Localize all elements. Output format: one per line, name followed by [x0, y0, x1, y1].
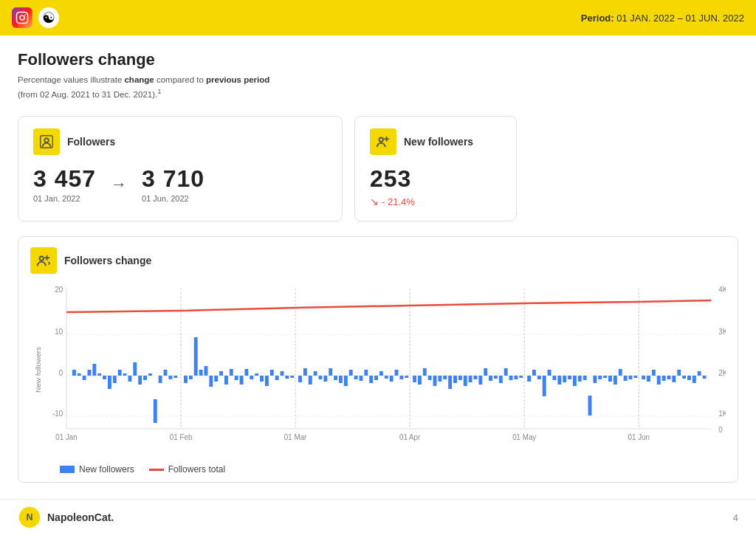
svg-rect-117	[537, 376, 541, 379]
svg-rect-103	[464, 376, 467, 386]
svg-text:01 Feb: 01 Feb	[170, 433, 193, 441]
arrow-icon: →	[111, 175, 127, 194]
followers-icon	[33, 128, 60, 155]
svg-rect-28	[72, 370, 76, 376]
svg-rect-72	[303, 368, 307, 376]
svg-rect-111	[504, 368, 508, 376]
legend-line: Followers total	[149, 464, 225, 475]
trend-down-icon: ↘	[370, 196, 379, 207]
svg-rect-92	[405, 376, 408, 378]
svg-rect-58	[230, 369, 233, 376]
svg-rect-79	[339, 376, 343, 383]
svg-rect-74	[314, 371, 317, 376]
svg-rect-63	[255, 373, 258, 376]
svg-point-1	[20, 15, 24, 20]
svg-rect-30	[83, 376, 86, 380]
svg-rect-64	[260, 376, 264, 382]
svg-rect-132	[614, 376, 617, 384]
followers-end-value: 3 710	[142, 165, 205, 193]
svg-rect-134	[624, 376, 628, 381]
svg-rect-115	[527, 376, 531, 382]
svg-rect-124	[573, 376, 577, 386]
svg-rect-29	[78, 373, 81, 376]
svg-point-5	[379, 138, 384, 142]
new-followers-label: New followers	[404, 136, 473, 148]
new-followers-card: New followers 253 ↘ - 21.4%	[354, 116, 517, 221]
svg-rect-109	[494, 376, 498, 379]
chart-header: Followers change	[30, 247, 726, 274]
svg-rect-57	[224, 376, 228, 384]
svg-point-4	[44, 139, 49, 143]
svg-text:2K: 2K	[718, 369, 726, 377]
svg-rect-144	[677, 370, 681, 376]
followers-end-date: 01 Jun. 2022	[142, 194, 205, 203]
footer-brand: N NapoleonCat.	[18, 506, 114, 529]
svg-text:01 Jun: 01 Jun	[628, 433, 650, 441]
svg-text:N: N	[27, 513, 33, 523]
chart-svg: 20 10 0 -10 4K 3K 2K 1K 0	[30, 281, 726, 458]
followers-start-date: 01 Jan. 2022	[33, 194, 96, 203]
svg-rect-35	[108, 376, 111, 389]
svg-rect-70	[290, 376, 294, 378]
svg-rect-36	[113, 376, 117, 383]
legend-line-label: Followers total	[168, 464, 225, 475]
svg-rect-108	[489, 376, 492, 381]
svg-rect-33	[97, 373, 101, 376]
svg-rect-95	[423, 368, 427, 376]
svg-rect-66	[270, 370, 274, 376]
svg-rect-123	[568, 376, 571, 379]
svg-rect-61	[244, 369, 248, 376]
svg-rect-82	[354, 376, 358, 379]
svg-rect-127	[588, 396, 592, 415]
svg-rect-81	[349, 370, 353, 376]
svg-rect-37	[118, 370, 122, 376]
svg-rect-142	[667, 376, 671, 379]
svg-point-2	[24, 14, 26, 15]
svg-rect-131	[608, 376, 612, 382]
svg-rect-67	[275, 376, 279, 380]
legend-bar-color	[60, 466, 75, 473]
svg-point-6	[40, 257, 44, 261]
svg-rect-68	[281, 371, 284, 376]
svg-rect-88	[385, 376, 388, 379]
svg-rect-77	[329, 368, 332, 376]
new-followers-icon	[370, 128, 396, 155]
svg-rect-113	[514, 376, 518, 379]
svg-rect-85	[369, 376, 373, 383]
svg-rect-146	[687, 376, 691, 380]
svg-rect-56	[219, 371, 223, 376]
svg-rect-84	[364, 370, 368, 376]
svg-rect-129	[598, 376, 602, 379]
svg-rect-133	[619, 369, 622, 376]
followers-end-block: 3 710 01 Jun. 2022	[142, 165, 205, 203]
svg-text:01 May: 01 May	[512, 433, 536, 441]
svg-rect-107	[484, 368, 487, 376]
svg-rect-53	[205, 366, 208, 376]
svg-rect-47	[168, 376, 172, 379]
svg-rect-147	[693, 376, 696, 383]
svg-rect-75	[319, 376, 323, 379]
svg-rect-130	[603, 376, 607, 378]
followers-start-value: 3 457	[33, 165, 96, 193]
svg-rect-96	[428, 376, 432, 380]
svg-rect-0	[17, 13, 28, 24]
svg-rect-90	[395, 370, 399, 376]
svg-rect-83	[359, 376, 362, 381]
svg-rect-38	[123, 373, 127, 376]
new-followers-card-header: New followers	[370, 128, 501, 155]
svg-rect-135	[629, 376, 633, 379]
legend-bar-label: New followers	[79, 464, 134, 475]
svg-rect-99	[443, 376, 447, 379]
followers-card-header: Followers	[33, 128, 327, 155]
svg-rect-121	[557, 376, 561, 384]
svg-text:01 Mar: 01 Mar	[284, 433, 307, 441]
svg-rect-44	[154, 399, 157, 423]
svg-rect-51	[194, 337, 198, 376]
footer-page-number: 4	[733, 512, 738, 523]
svg-rect-138	[647, 376, 650, 382]
instagram-icon	[12, 7, 32, 28]
svg-rect-104	[469, 376, 472, 382]
svg-rect-140	[657, 376, 661, 384]
napoleon-logo: N	[18, 506, 41, 529]
svg-rect-137	[642, 376, 645, 379]
